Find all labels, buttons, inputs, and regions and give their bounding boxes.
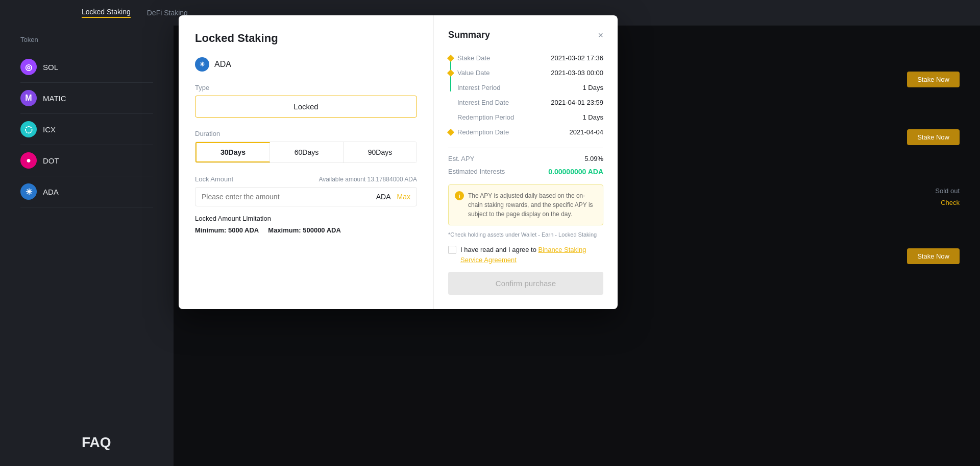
faq-title: FAQ [82, 434, 111, 451]
summary-title: Summary [448, 30, 490, 40]
redemption-period-label: Redemption Period [448, 113, 514, 121]
check-icx[interactable]: Check [941, 199, 960, 206]
warning-icon: i [455, 191, 464, 200]
redemption-date-dot [447, 128, 454, 135]
modal-left-panel: Locked Staking ✳ ADA Type Locked Duratio… [179, 15, 434, 309]
interest-period-label: Interest Period [448, 84, 501, 91]
stake-now-matic[interactable]: Stake Now [907, 129, 960, 145]
duration-label: Duration [195, 130, 417, 137]
sol-label: SOL [43, 63, 58, 72]
dot-label: DOT [43, 156, 59, 165]
interest-end-date-label: Interest End Date [448, 99, 509, 106]
duration-30[interactable]: 30Days [195, 142, 270, 162]
estimated-interests-value: 0.00000000 ADA [548, 168, 603, 176]
close-button[interactable]: × [598, 31, 603, 40]
warning-text: The APY is adjusted daily based on the o… [468, 191, 597, 219]
summary-interest-end-date: Interest End Date 2021-04-01 23:59 [448, 95, 603, 110]
est-apy-row: Est. APY 5.09% [448, 152, 603, 165]
estimated-interests-label: Estimated Interests [448, 168, 505, 176]
icx-icon: ◌ [20, 121, 37, 137]
sidebar-item-matic[interactable]: M MATIC [20, 83, 153, 114]
dot-icon: ● [20, 152, 37, 169]
amount-input-row: ADA Max [195, 187, 417, 206]
sold-out-icx: Sold out [935, 187, 960, 195]
matic-label: MATIC [43, 94, 66, 103]
ada-modal-icon: ✳ [195, 57, 209, 72]
stake-now-ada[interactable]: Stake Now [907, 248, 960, 264]
summary-redemption-period: Redemption Period 1 Days [448, 110, 603, 125]
duration-selector: 30Days 60Days 90Days [195, 142, 417, 163]
modal-title: Locked Staking [195, 32, 417, 45]
sidebar-item-ada[interactable]: ✳ ADA [20, 176, 153, 207]
estimated-interests-row: Estimated Interests 0.00000000 ADA [448, 165, 603, 178]
summary-value-date: Value Date 2021-03-03 00:00 [448, 65, 603, 80]
warning-box: i The APY is adjusted daily based on the… [448, 184, 603, 225]
duration-90[interactable]: 90Days [344, 142, 416, 162]
available-amount: Available amount 13.17884000 ADA [318, 176, 417, 183]
matic-icon: M [20, 90, 37, 106]
currency-label: ADA [376, 193, 391, 201]
stake-date-dot [447, 54, 454, 61]
redemption-period-value: 1 Days [583, 113, 603, 121]
sidebar-item-icx[interactable]: ◌ ICX [20, 114, 153, 145]
sidebar-header: Token [20, 36, 153, 43]
value-date-dot [447, 69, 454, 76]
min-label: Minimum: [195, 226, 226, 234]
stake-date-label: Stake Date [448, 54, 490, 62]
type-selector[interactable]: Locked [195, 96, 417, 118]
token-name: ADA [214, 60, 231, 69]
amount-input[interactable] [202, 193, 376, 201]
stake-buttons-area: Stake Now Stake Now Sold out Check Stake… [907, 72, 960, 264]
ada-sidebar-icon: ✳ [20, 183, 37, 200]
sidebar-item-sol[interactable]: ◎ SOL [20, 52, 153, 83]
limitation-values: Minimum: 5000 ADA Maximum: 500000 ADA [195, 226, 417, 234]
max-button[interactable]: Max [397, 193, 410, 201]
stake-now-sol[interactable]: Stake Now [907, 72, 960, 87]
summary-redemption-date: Redemption Date 2021-04-04 [448, 125, 603, 139]
lock-amount-label: Lock Amount [195, 175, 233, 183]
est-apy-label: Est. APY [448, 155, 474, 162]
interest-period-value: 1 Days [583, 84, 603, 91]
summary-header: Summary × [448, 30, 603, 40]
confirm-purchase-button[interactable]: Confirm purchase [448, 272, 603, 295]
staking-modal: Locked Staking ✳ ADA Type Locked Duratio… [179, 15, 618, 309]
sidebar: Token ◎ SOL M MATIC ◌ ICX ● DOT ✳ ADA [0, 26, 174, 466]
summary-stake-date: Stake Date 2021-03-02 17:36 [448, 51, 603, 65]
agreement-prefix: I have read and I agree to [460, 246, 538, 253]
agreement-checkbox[interactable] [448, 246, 456, 254]
redemption-date-label: Redemption Date [448, 128, 509, 136]
min-value: 5000 ADA [228, 226, 259, 234]
stake-date-value: 2021-03-02 17:36 [551, 54, 603, 62]
interest-end-date-value: 2021-04-01 23:59 [551, 99, 603, 106]
summary-rows: Stake Date 2021-03-02 17:36 Value Date 2… [448, 51, 603, 139]
sidebar-item-dot[interactable]: ● DOT [20, 145, 153, 176]
max-value: 500000 ADA [303, 226, 341, 234]
est-apy-value: 5.09% [584, 155, 603, 162]
ada-label: ADA [43, 188, 59, 196]
max-label: Maximum: [268, 226, 301, 234]
agreement-text: I have read and I agree to Binance Staki… [460, 245, 603, 265]
check-note: *Check holding assets under Wallet - Ear… [448, 231, 603, 238]
modal-right-panel: Summary × Stake Date 2021-03-02 17:36 Va… [434, 15, 618, 309]
summary-interest-period: Interest Period 1 Days [448, 80, 603, 95]
agreement-row: I have read and I agree to Binance Staki… [448, 245, 603, 265]
redemption-date-value: 2021-04-04 [570, 128, 604, 136]
nav-locked-staking[interactable]: Locked Staking [82, 8, 131, 18]
token-row: ✳ ADA [195, 57, 417, 72]
value-date-value: 2021-03-03 00:00 [551, 69, 603, 77]
limitation-title: Locked Amount Limitation [195, 215, 417, 222]
summary-divider-1 [448, 148, 603, 148]
icx-label: ICX [43, 125, 56, 134]
lock-amount-header: Lock Amount Available amount 13.17884000… [195, 175, 417, 183]
duration-60[interactable]: 60Days [270, 142, 344, 162]
value-date-label: Value Date [448, 69, 489, 77]
sol-icon: ◎ [20, 59, 37, 75]
type-label: Type [195, 84, 417, 91]
